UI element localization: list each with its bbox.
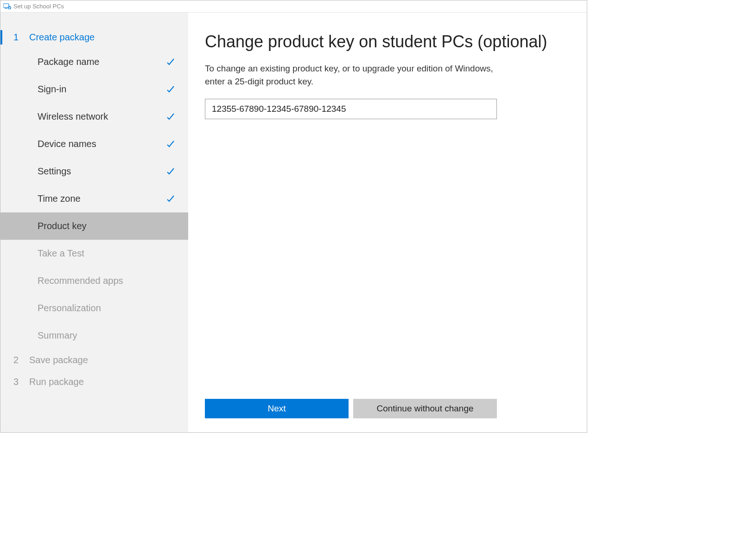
check-icon <box>166 58 175 67</box>
substeps: Package name Sign-in Wireless network De… <box>0 48 188 349</box>
step-label: Run package <box>29 377 84 387</box>
sidebar: 1 Create package Package name Sign-in Wi… <box>0 13 188 432</box>
substep-recommended-apps[interactable]: Recommended apps <box>0 267 188 295</box>
substep-take-a-test[interactable]: Take a Test <box>0 240 188 267</box>
substep-label: Take a Test <box>38 248 84 259</box>
check-icon <box>166 140 175 149</box>
continue-without-change-button[interactable]: Continue without change <box>353 399 497 418</box>
check-icon <box>166 85 175 94</box>
substep-label: Summary <box>38 330 77 341</box>
next-button[interactable]: Next <box>205 399 349 418</box>
svg-rect-0 <box>3 4 9 7</box>
step-save-package[interactable]: 2 Save package <box>0 349 188 371</box>
substep-sign-in[interactable]: Sign-in <box>0 76 188 103</box>
substep-label: Settings <box>38 166 71 177</box>
step-number: 2 <box>13 355 29 365</box>
substep-personalization[interactable]: Personalization <box>0 295 188 322</box>
substep-label: Sign-in <box>38 84 66 95</box>
step-create-package[interactable]: 1 Create package <box>0 26 188 48</box>
substep-product-key[interactable]: Product key <box>0 212 188 240</box>
product-key-input[interactable] <box>205 99 497 119</box>
titlebar: Set up School PCs <box>0 0 587 13</box>
check-icon <box>166 112 175 122</box>
page-title: Change product key on student PCs (optio… <box>205 31 570 52</box>
substep-time-zone[interactable]: Time zone <box>0 185 188 212</box>
check-icon <box>166 194 175 204</box>
substep-label: Package name <box>38 57 99 67</box>
page-description: To change an existing product key, or to… <box>205 62 497 88</box>
step-label: Create package <box>29 32 95 43</box>
substep-package-name[interactable]: Package name <box>0 48 188 76</box>
substep-device-names[interactable]: Device names <box>0 130 188 158</box>
substep-label: Personalization <box>38 303 101 314</box>
substep-label: Wireless network <box>38 111 108 122</box>
step-run-package[interactable]: 3 Run package <box>0 371 188 393</box>
substep-summary[interactable]: Summary <box>0 322 188 349</box>
app-body: 1 Create package Package name Sign-in Wi… <box>0 13 587 432</box>
app-icon <box>3 3 12 10</box>
main-content: Change product key on student PCs (optio… <box>188 13 587 432</box>
spacer <box>205 119 570 399</box>
button-row: Next Continue without change <box>205 399 570 418</box>
step-number: 1 <box>13 32 29 43</box>
substep-label: Recommended apps <box>38 275 123 286</box>
step-label: Save package <box>29 355 88 365</box>
substep-wireless-network[interactable]: Wireless network <box>0 103 188 130</box>
substep-label: Product key <box>38 221 87 231</box>
app-window: Set up School PCs 1 Create package Packa… <box>0 0 587 433</box>
check-icon <box>166 167 175 176</box>
substep-settings[interactable]: Settings <box>0 158 188 185</box>
substep-label: Device names <box>38 139 96 149</box>
substep-label: Time zone <box>38 193 81 204</box>
step-number: 3 <box>13 377 29 387</box>
window-title: Set up School PCs <box>13 3 64 10</box>
